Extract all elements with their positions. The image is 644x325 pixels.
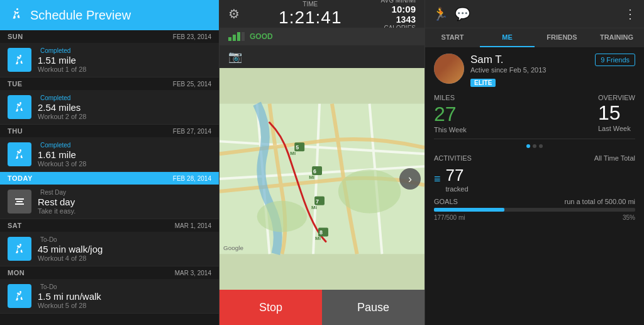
- time-value: 1:21:41: [279, 8, 341, 28]
- svg-point-13: [257, 201, 308, 232]
- goals-section: GOALS run a total of 500.00 mi 177/500 m…: [434, 198, 635, 221]
- workout-title: 1.5 mi run/walk: [38, 291, 211, 302]
- workout-item[interactable]: Completed 2.54 miles Workout 2 of 28: [0, 90, 219, 125]
- time-label: TIME: [279, 1, 341, 8]
- avatar-image: [434, 54, 464, 84]
- workout-sub: Workout 5 of 28: [38, 302, 211, 309]
- schedule-title: Schedule Preview: [30, 8, 131, 23]
- goals-desc: run a total of 500.00 mi: [564, 198, 635, 205]
- avg-label: AVG MIN/MI: [381, 0, 416, 4]
- progress-labels: 177/500 mi 35%: [434, 214, 635, 221]
- progress-bar-fill: [434, 208, 504, 212]
- day-label: MON: [8, 269, 25, 277]
- day-section: THUFEB 27, 2014 Completed 1.61 mile Work…: [0, 125, 219, 172]
- tab-friends[interactable]: FRIENDS: [535, 28, 589, 47]
- run-icon: [9, 6, 24, 25]
- goals-label: GOALS: [434, 198, 458, 205]
- activities-all-time: All Time Total: [594, 154, 635, 162]
- day-header: SUNFEB 23, 2014: [0, 30, 219, 43]
- pause-button[interactable]: Pause: [322, 290, 425, 325]
- dot-3: [539, 144, 543, 148]
- workout-icon-box: [8, 142, 31, 166]
- workout-item[interactable]: Completed 1.61 mile Workout 3 of 28: [0, 137, 219, 172]
- day-label: THU: [8, 127, 23, 135]
- day-header: SATMAR 1, 2014: [0, 219, 219, 232]
- svg-text:8: 8: [319, 229, 323, 236]
- settings-icon[interactable]: ⚙: [228, 6, 240, 21]
- activities-label: ACTIVITIES: [434, 154, 472, 162]
- workout-item[interactable]: Completed 1.51 mile Workout 1 of 28: [0, 43, 219, 77]
- tab-training[interactable]: TRAINING: [589, 28, 644, 47]
- profile-info: Sam T. Active since Feb 5, 2013 ELITE: [470, 54, 589, 88]
- workout-sub: Take it easy.: [38, 207, 211, 215]
- more-icon[interactable]: ⋮: [624, 6, 636, 21]
- workout-icon-box: [8, 237, 31, 261]
- goals-header: GOALS run a total of 500.00 mi: [434, 198, 635, 205]
- workout-icon-box: [8, 190, 31, 214]
- profile-since: Active since Feb 5, 2013: [470, 66, 589, 74]
- chat-icon[interactable]: 💬: [455, 6, 470, 21]
- svg-text:5: 5: [296, 144, 299, 151]
- workout-badge: Completed: [38, 94, 211, 102]
- time-block: TIME 1:21:41: [279, 1, 341, 28]
- workout-title: 2.54 miles: [38, 102, 211, 113]
- workout-item[interactable]: To-Do 1.5 mi run/walk Workout 5 of 28: [0, 279, 219, 314]
- profile-row: Sam T. Active since Feb 5, 2013 ELITE 9 …: [434, 54, 635, 88]
- progress-bar-bg: [434, 208, 635, 212]
- activity-tracked: tracked: [446, 185, 469, 193]
- map-svg: 5 Mi 6 Mi 7 Mi 8 Mi Google: [219, 68, 425, 290]
- workout-item[interactable]: To-Do 45 min walk/jog Workout 4 of 28: [0, 232, 219, 266]
- activity-count: 77: [446, 166, 464, 185]
- progress-right: 35%: [623, 214, 635, 221]
- day-label: TUE: [8, 80, 23, 88]
- runner-icon: 🏃: [433, 6, 448, 21]
- camera-icon[interactable]: 📷: [228, 50, 242, 64]
- list-icon: ≡: [434, 173, 441, 186]
- workout-item[interactable]: Rest Day Rest day Take it easy.: [0, 185, 219, 219]
- schedule-header: Schedule Preview: [0, 0, 219, 30]
- stop-button[interactable]: Stop: [219, 290, 322, 325]
- tab-me[interactable]: ME: [480, 28, 535, 47]
- profile-name: Sam T.: [470, 54, 589, 66]
- this-week-label: This Week: [434, 126, 467, 134]
- last-week-label: Last Week: [598, 125, 635, 132]
- right-header: 🏃 💬 ⋮: [425, 0, 644, 28]
- day-section: TUEFEB 25, 2014 Completed 2.54 miles Wor…: [0, 77, 219, 125]
- day-header: MONMAR 3, 2014: [0, 266, 219, 279]
- day-section: MONMAR 3, 2014 To-Do 1.5 mi run/walk Wor…: [0, 266, 219, 314]
- workout-badge: To-Do: [38, 236, 211, 244]
- workout-info: Completed 2.54 miles Workout 2 of 28: [38, 94, 211, 120]
- map-area[interactable]: 5 Mi 6 Mi 7 Mi 8 Mi Google ›: [219, 68, 425, 290]
- svg-text:Mi: Mi: [309, 174, 314, 180]
- day-date: MAR 3, 2014: [175, 270, 211, 277]
- profile-panel: 🏃 💬 ⋮ STARTMEFRIENDSTRAINING Sam T. Acti…: [425, 0, 644, 325]
- camera-row: 📷: [219, 45, 425, 68]
- svg-text:6: 6: [313, 168, 316, 174]
- right-stats: AVG MIN/MI 10:09 1343 CALORIES: [381, 0, 416, 31]
- next-button[interactable]: ›: [399, 168, 421, 190]
- avatar: [434, 54, 464, 84]
- workout-badge: Completed: [38, 141, 211, 149]
- workout-info: Completed 1.51 mile Workout 1 of 28: [38, 47, 211, 73]
- friends-button[interactable]: 9 Friends: [595, 54, 635, 66]
- workout-sub: Workout 1 of 28: [38, 66, 211, 73]
- day-header: THUFEB 27, 2014: [0, 125, 219, 137]
- workout-info: Rest Day Rest day Take it easy.: [38, 188, 211, 215]
- day-header: TUEFEB 25, 2014: [0, 77, 219, 90]
- svg-point-1: [19, 55, 21, 57]
- activity-item: ≡ 77 tracked: [434, 166, 635, 193]
- svg-text:Mi: Mi: [315, 236, 321, 241]
- tab-start[interactable]: START: [425, 28, 480, 47]
- workout-info: To-Do 1.5 mi run/walk Workout 5 of 28: [38, 283, 211, 309]
- status-text: GOOD: [250, 32, 273, 41]
- overview-label: OVERVIEW: [598, 94, 635, 101]
- workout-info: Completed 1.61 mile Workout 3 of 28: [38, 141, 211, 168]
- day-date: FEB 25, 2014: [173, 81, 211, 88]
- elite-badge: ELITE: [470, 79, 496, 87]
- avg-value: 10:09: [381, 4, 416, 14]
- workout-badge: Rest Day: [38, 188, 211, 197]
- right-tabs: STARTMEFRIENDSTRAINING: [425, 28, 644, 47]
- day-date: FEB 23, 2014: [173, 33, 211, 40]
- svg-text:Google: Google: [223, 244, 243, 251]
- svg-text:Mi: Mi: [311, 205, 317, 210]
